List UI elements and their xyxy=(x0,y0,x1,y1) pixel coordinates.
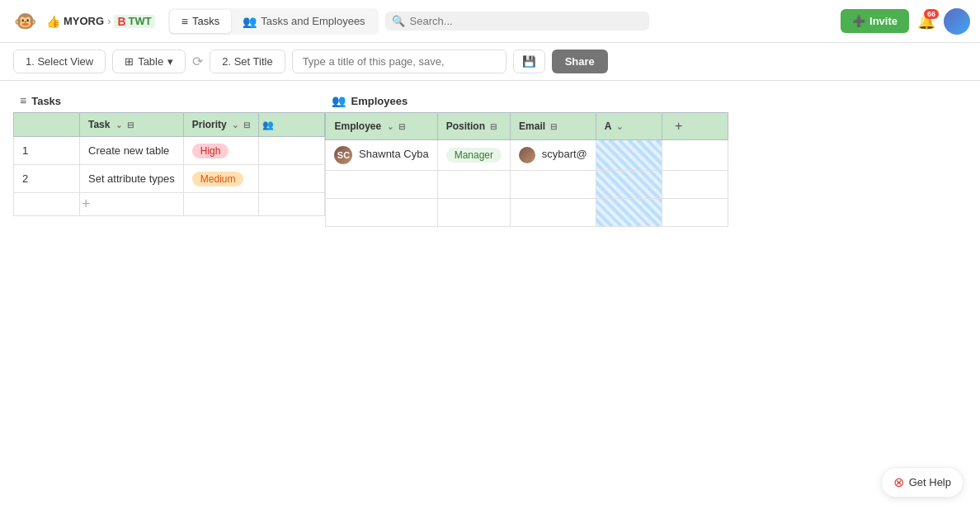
tasks-row-num-header xyxy=(14,113,80,137)
search-bar[interactable]: 🔍 xyxy=(385,12,649,31)
notifications-button[interactable]: 🔔 66 xyxy=(917,12,935,31)
tasks-section-icon: ≡ xyxy=(20,94,26,107)
toolbar: 1. Select View ⊞ Table ▾ ⟳ 2. Set Title … xyxy=(0,43,980,81)
employee-cell-empty[interactable] xyxy=(326,171,437,199)
task-col-label: Task xyxy=(88,119,110,130)
priority-cell-1[interactable]: High xyxy=(183,137,259,165)
set-title-button[interactable]: 2. Set Title xyxy=(210,50,285,73)
position-cell-1[interactable]: Manager xyxy=(437,140,510,171)
a-cell-1 xyxy=(596,140,662,171)
task-cell-2[interactable]: Set attribute types xyxy=(80,165,184,193)
org-info: 👍 MYORG › B TWT xyxy=(46,15,155,28)
row-num-2: 2 xyxy=(14,165,80,193)
tasks-tab-icon: ≡ xyxy=(181,15,188,28)
twt-badge[interactable]: B TWT xyxy=(114,15,154,28)
add-task-cell[interactable]: + xyxy=(80,193,184,216)
select-view-button[interactable]: 1. Select View xyxy=(13,50,106,73)
tasks-link-col-header: 👥 xyxy=(259,113,325,137)
table-row: 2 Set attribute types Medium xyxy=(14,165,325,193)
position-col-menu-icon[interactable]: ⊟ xyxy=(490,122,497,131)
employee-col-menu-icon[interactable]: ⊟ xyxy=(398,122,405,131)
title-input[interactable] xyxy=(292,50,506,73)
table-row: SC Shawnta Cyba Manager scybart@ xyxy=(326,140,728,171)
table-area: ≡ Tasks Task ⌄ ⊟ Priorit xyxy=(0,81,980,508)
save-button[interactable]: 💾 xyxy=(513,50,545,73)
email-col-header[interactable]: Email ⊟ xyxy=(511,113,596,140)
user-avatar[interactable] xyxy=(944,8,970,35)
table-label: Table xyxy=(138,55,163,68)
priority-sort-icon: ⌄ xyxy=(232,120,238,130)
employee-cell-1[interactable]: SC Shawnta Cyba xyxy=(326,140,437,171)
table-view-button[interactable]: ⊞ Table ▾ xyxy=(112,50,186,73)
employees-grid: Employee ⌄ ⊟ Position ⊟ Email ⊟ xyxy=(325,112,728,227)
step2-label: 2. Set Title xyxy=(222,55,272,68)
save-icon: 💾 xyxy=(522,55,536,68)
a-sort-icon: ⌄ xyxy=(616,122,623,131)
invite-icon: ➕ xyxy=(852,15,865,27)
nav-tab-tasks[interactable]: ≡ Tasks xyxy=(170,10,231,33)
email-value-1: scybart@ xyxy=(542,148,587,160)
extra-cell-empty xyxy=(662,171,728,199)
priority-cell-2[interactable]: Medium xyxy=(183,165,259,193)
priority-badge-2: Medium xyxy=(192,172,244,186)
get-help-button[interactable]: ⊗ Get Help xyxy=(881,467,964,497)
get-help-icon: ⊗ xyxy=(893,474,904,490)
a-cell-empty2 xyxy=(596,199,662,227)
priority-col-menu-icon[interactable]: ⊟ xyxy=(243,120,250,130)
share-label: Share xyxy=(565,55,595,68)
nav-tab-tasks-employees[interactable]: 👥 Tasks and Employees xyxy=(231,10,376,33)
invite-button[interactable]: ➕ Invite xyxy=(841,9,909,33)
employee-cell-empty2[interactable] xyxy=(326,199,437,227)
email-cell-empty xyxy=(511,171,596,199)
add-column-button[interactable]: + xyxy=(669,116,689,136)
navbar-right: ➕ Invite 🔔 66 xyxy=(841,8,970,35)
employee-sort-icon: ⌄ xyxy=(387,122,393,131)
employee-avatar-1: SC xyxy=(334,146,352,164)
search-input[interactable] xyxy=(410,15,643,27)
position-cell-empty xyxy=(437,171,510,199)
thumbs-icon: 👍 xyxy=(46,15,60,28)
nav-tabs: ≡ Tasks 👥 Tasks and Employees xyxy=(168,8,379,35)
employees-section-icon: 👥 xyxy=(332,94,346,107)
invite-label: Invite xyxy=(869,15,898,27)
email-col-menu-icon[interactable]: ⊟ xyxy=(550,122,557,131)
table-row: 1 Create new table High xyxy=(14,137,325,165)
priority-col-header[interactable]: Priority ⌄ ⊟ xyxy=(183,113,259,137)
breadcrumb-arrow: › xyxy=(107,15,111,27)
priority-badge-1: High xyxy=(192,144,229,158)
notif-badge: 66 xyxy=(924,9,939,19)
position-col-header[interactable]: Position ⊟ xyxy=(437,113,510,140)
extra-cell-1 xyxy=(662,140,728,171)
employee-avatar-inline xyxy=(519,147,535,163)
twt-badge-b: B xyxy=(117,15,125,28)
org-name[interactable]: MYORG xyxy=(64,15,104,27)
twt-badge-label: TWT xyxy=(129,15,152,27)
arrow-forward-icon: ⟳ xyxy=(192,54,203,69)
task-col-menu-icon[interactable]: ⊟ xyxy=(127,120,134,130)
tasks-link-icon: 👥 xyxy=(262,120,274,130)
add-row-num xyxy=(14,193,80,216)
row-num-1: 1 xyxy=(14,137,80,165)
email-cell-1[interactable]: scybart@ xyxy=(511,140,596,171)
main-content: ≡ Tasks Task ⌄ ⊟ Priorit xyxy=(0,81,980,508)
employee-col-header[interactable]: Employee ⌄ ⊟ xyxy=(326,113,437,140)
task-sort-icon: ⌄ xyxy=(115,120,122,130)
position-badge-1: Manager xyxy=(446,148,502,163)
a-col-header[interactable]: A ⌄ xyxy=(596,113,662,140)
tasks-link-cell-2 xyxy=(259,165,325,193)
employees-section-label: Employees xyxy=(351,95,408,107)
section-container: ≡ Tasks Task ⌄ ⊟ Priorit xyxy=(13,89,967,227)
task-col-header[interactable]: Task ⌄ ⊟ xyxy=(80,113,184,137)
employees-section-header: 👥 Employees xyxy=(325,89,728,112)
search-icon: 🔍 xyxy=(392,15,405,27)
position-col-label: Position xyxy=(446,120,485,132)
share-button[interactable]: Share xyxy=(552,50,608,73)
add-row-tasks[interactable]: + xyxy=(14,193,325,216)
employee-name-1: Shawnta Cyba xyxy=(359,148,429,160)
priority-col-label: Priority xyxy=(192,119,227,130)
task-cell-1[interactable]: Create new table xyxy=(80,137,184,165)
email-cell-empty2 xyxy=(511,199,596,227)
employees-table: 👥 Employees Employee ⌄ ⊟ Position xyxy=(325,89,728,227)
add-col-header[interactable]: + xyxy=(662,113,728,140)
tasks-employees-tab-icon: 👥 xyxy=(243,15,257,28)
